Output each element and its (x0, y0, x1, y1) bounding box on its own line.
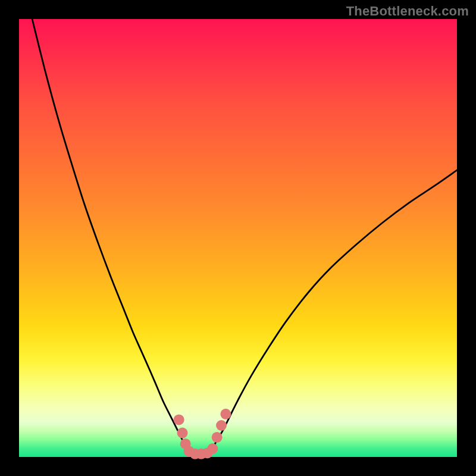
chart-overlay (19, 19, 457, 457)
marker-layer (174, 409, 231, 459)
marker-dot (220, 409, 231, 419)
marker-dot (212, 432, 223, 443)
marker-dot (177, 428, 188, 439)
series-left-branch (32, 19, 189, 451)
curve-layer (32, 19, 457, 455)
marker-dot (174, 414, 184, 425)
watermark-text: TheBottleneck.com (346, 4, 469, 19)
chart-frame: TheBottleneck.com (0, 0, 476, 476)
marker-dot (216, 420, 227, 431)
series-right-branch (212, 170, 457, 452)
marker-dot (207, 443, 218, 454)
